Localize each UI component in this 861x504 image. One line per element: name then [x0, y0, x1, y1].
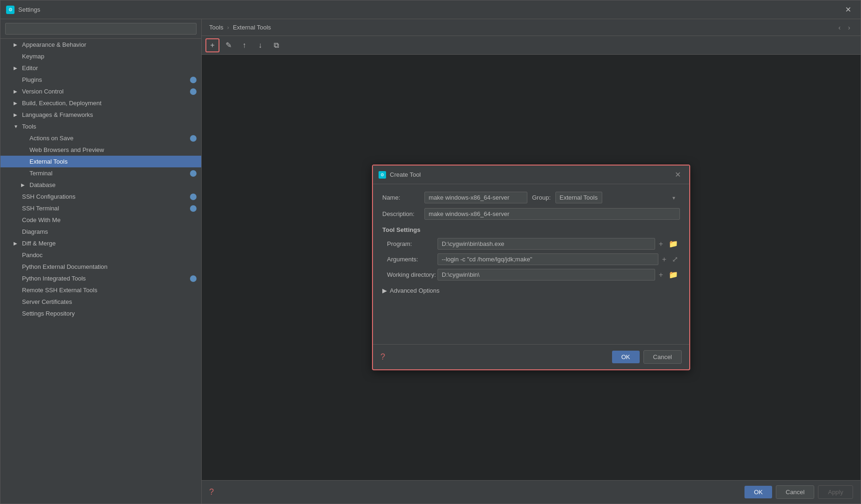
- sidebar-item-python-ext-doc[interactable]: Python External Documentation: [0, 261, 201, 273]
- window-title: Settings: [18, 6, 841, 13]
- description-row: Description:: [382, 208, 680, 220]
- program-browse-button[interactable]: 📁: [667, 238, 680, 249]
- arguments-expand-button[interactable]: ⤢: [670, 254, 680, 265]
- arrow-down-icon: ↓: [258, 41, 262, 50]
- expand-icon: ⤢: [672, 255, 678, 263]
- modal-overlay: ⚙ Create Tool ✕ Name: Group:: [202, 55, 861, 480]
- modal-cancel-button[interactable]: Cancel: [643, 350, 682, 364]
- sidebar-item-web-browsers[interactable]: Web Browsers and Preview: [0, 144, 201, 156]
- sidebar-item-diff-merge[interactable]: ▶ Diff & Merge: [0, 238, 201, 249]
- title-bar: ⚙ Settings ✕: [0, 0, 861, 19]
- chevron-right-icon: ▶: [14, 101, 19, 106]
- program-macro-button[interactable]: +: [657, 239, 665, 249]
- chevron-right-icon: ▶: [14, 241, 19, 246]
- badge-actions: [190, 135, 197, 142]
- tool-settings-label: Tool Settings: [382, 226, 680, 233]
- sidebar-item-version-control[interactable]: ▶ Version Control: [0, 86, 201, 97]
- sidebar-item-appearance[interactable]: ▶ Appearance & Behavior: [0, 39, 201, 50]
- arguments-input-row: + ⤢: [438, 253, 680, 265]
- program-input[interactable]: [438, 238, 655, 250]
- create-tool-dialog: ⚙ Create Tool ✕ Name: Group:: [372, 165, 690, 370]
- modal-footer: ? OK Cancel: [373, 344, 689, 369]
- nav-buttons: ‹ ›: [836, 23, 853, 32]
- working-dir-input-row: + 📁: [438, 269, 680, 281]
- search-bar: [0, 19, 201, 39]
- breadcrumb-separator: ›: [227, 24, 229, 31]
- add-tool-button[interactable]: +: [205, 38, 219, 52]
- modal-body: Name: Group: External Tools: [373, 184, 689, 344]
- advanced-label: Advanced Options: [390, 287, 439, 294]
- modal-close-button[interactable]: ✕: [672, 169, 684, 180]
- sidebar-item-remote-ssh[interactable]: Remote SSH External Tools: [0, 284, 201, 296]
- modal-ok-button[interactable]: OK: [612, 351, 640, 363]
- sidebar-item-external-tools[interactable]: External Tools: [0, 156, 201, 167]
- folder-icon: 📁: [669, 240, 678, 248]
- arguments-macro-button[interactable]: +: [660, 254, 668, 265]
- copy-icon: ⧉: [274, 41, 279, 50]
- modal-title: Create Tool: [390, 171, 672, 178]
- arguments-input[interactable]: [438, 253, 658, 265]
- bottom-bar: ? OK Cancel Apply: [202, 480, 861, 504]
- program-input-row: + 📁: [438, 238, 680, 250]
- sidebar-item-tools[interactable]: ▼ Tools: [0, 121, 201, 132]
- plus-icon: +: [662, 255, 666, 263]
- group-select[interactable]: External Tools: [555, 192, 602, 203]
- move-up-button[interactable]: ↑: [237, 38, 251, 52]
- right-panel: Tools › External Tools ‹ › + ✎ ↑: [202, 19, 861, 504]
- edit-tool-button[interactable]: ✎: [221, 38, 235, 52]
- working-dir-input[interactable]: [438, 269, 655, 281]
- search-input[interactable]: [5, 23, 197, 35]
- name-input[interactable]: [424, 192, 527, 203]
- sidebar-item-settings-repo[interactable]: Settings Repository: [0, 308, 201, 319]
- app-icon: ⚙: [6, 6, 15, 14]
- copy-button[interactable]: ⧉: [269, 38, 283, 52]
- settings-window: ⚙ Settings ✕ ▶ Appearance & Behavior Key…: [0, 0, 861, 504]
- cancel-button[interactable]: Cancel: [776, 485, 814, 499]
- sidebar-item-server-certs[interactable]: Server Certificates: [0, 296, 201, 308]
- close-button[interactable]: ✕: [841, 3, 855, 16]
- help-icon[interactable]: ?: [209, 487, 214, 497]
- sidebar-item-ssh-terminal[interactable]: SSH Terminal: [0, 202, 201, 214]
- working-dir-browse-button[interactable]: 📁: [667, 269, 680, 280]
- working-dir-macro-button[interactable]: +: [657, 270, 665, 280]
- breadcrumb-current: External Tools: [233, 24, 271, 31]
- sidebar-item-code-with-me[interactable]: Code With Me: [0, 214, 201, 226]
- arguments-label: Arguments:: [387, 256, 424, 263]
- sidebar-item-database[interactable]: ▶ Database: [0, 179, 201, 191]
- back-button[interactable]: ‹: [836, 23, 844, 32]
- group-select-wrapper: External Tools: [555, 192, 680, 203]
- name-label: Name:: [382, 194, 420, 201]
- sidebar-item-pandoc[interactable]: Pandoc: [0, 249, 201, 261]
- badge-python-tools: [190, 275, 197, 282]
- breadcrumb: Tools › External Tools ‹ ›: [202, 19, 861, 36]
- chevron-right-icon: ▶: [382, 287, 387, 294]
- arrow-up-icon: ↑: [242, 41, 246, 50]
- sidebar-item-plugins[interactable]: Plugins: [0, 74, 201, 86]
- sidebar-item-keymap[interactable]: Keymap: [0, 50, 201, 62]
- chevron-down-icon: ▼: [14, 124, 19, 129]
- sidebar-item-python-int-tools[interactable]: Python Integrated Tools: [0, 273, 201, 284]
- ok-button[interactable]: OK: [744, 486, 772, 498]
- sidebar-item-editor[interactable]: ▶ Editor: [0, 62, 201, 74]
- sidebar-item-actions-on-save[interactable]: Actions on Save: [0, 132, 201, 144]
- apply-button[interactable]: Apply: [818, 485, 853, 499]
- group-label: Group:: [532, 194, 551, 201]
- plus-icon: +: [659, 271, 663, 279]
- sidebar-item-languages[interactable]: ▶ Languages & Frameworks: [0, 109, 201, 121]
- chevron-right-icon: ▶: [14, 89, 19, 94]
- sidebar-item-ssh-configurations[interactable]: SSH Configurations: [0, 191, 201, 202]
- sidebar-item-build[interactable]: ▶ Build, Execution, Deployment: [0, 97, 201, 109]
- forward-button[interactable]: ›: [845, 23, 853, 32]
- sidebar-item-diagrams[interactable]: Diagrams: [0, 226, 201, 238]
- plus-icon: +: [210, 41, 214, 50]
- help-icon[interactable]: ?: [380, 352, 385, 362]
- edit-icon: ✎: [226, 41, 232, 50]
- advanced-options[interactable]: ▶ Advanced Options: [382, 287, 680, 294]
- tool-settings-grid: Program: + 📁: [382, 238, 680, 281]
- move-down-button[interactable]: ↓: [253, 38, 267, 52]
- chevron-right-icon: ▶: [21, 182, 27, 187]
- folder-icon: 📁: [669, 271, 678, 279]
- badge-vc: [190, 88, 197, 95]
- sidebar-item-terminal[interactable]: Terminal: [0, 167, 201, 179]
- description-input[interactable]: [424, 208, 680, 220]
